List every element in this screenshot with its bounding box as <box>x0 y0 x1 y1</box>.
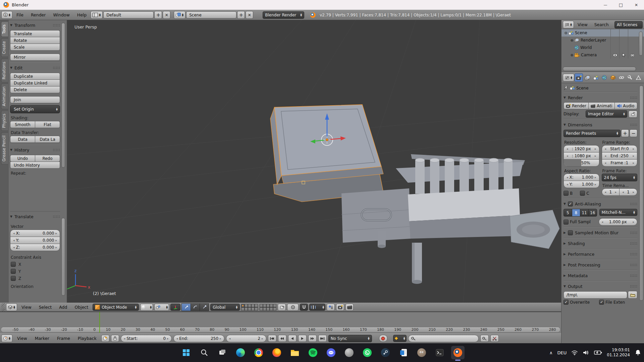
aspect-x-field[interactable]: X:1.000 <box>564 174 599 181</box>
taskbar-discord-icon[interactable] <box>324 346 338 359</box>
menu-window[interactable]: Window <box>50 10 73 20</box>
jump-to-start-button[interactable] <box>268 335 276 342</box>
outliner-item-scene[interactable]: Scene <box>561 29 644 37</box>
scale-button[interactable]: Scale <box>10 44 60 51</box>
taskbar-steam-icon[interactable] <box>379 346 392 359</box>
outliner-menu-view[interactable]: View <box>575 22 591 27</box>
display-lock-button[interactable] <box>629 111 637 118</box>
tab-world[interactable] <box>600 73 608 82</box>
3d-viewport[interactable]: z y x User Persp (2) \Geraet View Select… <box>0 20 561 312</box>
collapse-icon[interactable] <box>564 31 568 35</box>
shade-smooth-button[interactable]: Smooth <box>10 121 35 128</box>
delete-keyframe-button[interactable] <box>490 335 499 342</box>
operator-panel-scrollbar[interactable] <box>61 218 65 296</box>
notification-bell-icon[interactable]: z <box>635 349 641 356</box>
prev-keyframe-button[interactable] <box>278 335 286 342</box>
add-layout-button[interactable] <box>154 11 162 19</box>
data-transfer-layout-button[interactable]: Data La <box>35 136 60 143</box>
start-frame-field[interactable]: Start Fr:0 <box>602 145 638 153</box>
properties-editor-type-dropdown[interactable] <box>563 74 574 81</box>
shelf-tab-physics[interactable]: Physics <box>1 111 8 131</box>
panel-header-performance[interactable]: Performance <box>564 250 637 258</box>
play-reverse-button[interactable] <box>288 335 297 342</box>
aa-filter-dropdown[interactable]: Mitchell-N... <box>599 209 638 216</box>
outliner-hscrollbar[interactable] <box>563 67 636 71</box>
drag-grip-icon[interactable] <box>630 96 637 99</box>
panel-header-history[interactable]: History <box>10 146 60 154</box>
auto-keyframe-record-button[interactable] <box>379 335 387 342</box>
shade-flat-button[interactable]: Flat <box>35 121 60 128</box>
shelf-tab-create[interactable]: Create <box>1 38 8 57</box>
motion-blur-checkbox[interactable] <box>568 230 573 235</box>
tl-menu-playback[interactable]: Playback <box>75 336 100 341</box>
vp-menu-add[interactable]: Add <box>56 305 70 310</box>
shelf-tab-grease-pencil[interactable]: Grease Pencil <box>1 132 8 165</box>
drag-grip-icon[interactable] <box>630 253 637 256</box>
taskbar-file-explorer-icon[interactable] <box>288 346 302 359</box>
render-engine-dropdown[interactable]: Blender Render <box>263 11 304 19</box>
menu-file[interactable]: File <box>13 10 27 20</box>
crop-checkbox[interactable] <box>580 191 585 196</box>
taskbar-spotify-icon[interactable] <box>306 346 320 359</box>
taskbar-terminal-icon[interactable] <box>433 346 446 359</box>
taskbar-whatsapp-icon[interactable] <box>361 346 374 359</box>
drag-grip-icon[interactable] <box>630 202 637 205</box>
viewport-editor-type-dropdown[interactable] <box>6 303 17 311</box>
render-presets-dropdown[interactable]: Render Presets <box>564 130 621 137</box>
panel-header-dimensions[interactable]: Dimensions <box>564 121 637 128</box>
delete-button[interactable]: Delete <box>10 86 60 93</box>
output-path-field[interactable]: /tmp\ <box>564 291 627 299</box>
battery-icon[interactable] <box>594 350 602 355</box>
lock-to-scene-button[interactable] <box>278 304 286 311</box>
tab-modifiers[interactable] <box>626 73 634 82</box>
taskbar-task-view-button[interactable] <box>216 346 229 359</box>
add-preset-button[interactable] <box>621 129 629 137</box>
aa-size-field[interactable]: 1.000 px <box>599 218 638 226</box>
outliner-display-dropdown[interactable] <box>563 21 574 28</box>
add-scene-button[interactable] <box>237 11 245 19</box>
panel-header-sampled-motion-blur[interactable]: Sampled Motion Blur <box>564 229 637 236</box>
lock-range-button[interactable] <box>111 335 119 342</box>
insert-keyframe-button[interactable] <box>480 335 489 342</box>
taskbar-edge-icon[interactable] <box>234 346 247 359</box>
constraint-y-checkbox[interactable] <box>11 269 16 274</box>
tool-shelf-scrollbar[interactable] <box>61 23 65 168</box>
taskbar-chrome-icon[interactable] <box>252 346 265 359</box>
drag-grip-icon[interactable] <box>630 274 637 277</box>
scene-selector-field[interactable]: Scene <box>186 11 236 18</box>
outliner-vscrollbar[interactable] <box>639 32 643 56</box>
pivot-center-dropdown[interactable] <box>154 304 169 311</box>
mode-dropdown[interactable]: Object Mode <box>93 304 139 311</box>
taskbar-gog-galaxy-icon[interactable] <box>342 346 356 359</box>
breadcrumb-scene-label[interactable]: Scene <box>576 86 589 90</box>
outliner-menu-search[interactable]: Search <box>591 22 612 27</box>
vp-menu-view[interactable]: View <box>18 305 35 310</box>
antialiasing-checkbox[interactable] <box>568 201 573 206</box>
properties-scrollbar[interactable] <box>639 85 643 301</box>
panel-header-transform[interactable]: Transform <box>10 21 60 29</box>
pin-icon[interactable] <box>564 85 568 90</box>
drag-grip-icon[interactable] <box>630 263 637 266</box>
outliner-item-world[interactable]: World <box>561 44 644 51</box>
taskbar-search-button[interactable] <box>198 346 211 359</box>
frame-step-field[interactable]: Frame :1 <box>602 159 638 167</box>
minimize-button[interactable] <box>598 0 613 10</box>
hidden-icons-chevron[interactable]: ∧ <box>549 350 553 355</box>
outliner-filter-dropdown[interactable]: All Scenes <box>614 21 643 28</box>
visibility-toggle[interactable] <box>610 51 619 59</box>
drag-grip-icon[interactable] <box>630 231 637 234</box>
current-frame-field[interactable]: 2 <box>226 335 266 342</box>
duplicate-button[interactable]: Duplicate <box>10 73 60 80</box>
taskbar-blender-icon[interactable] <box>451 346 465 359</box>
tab-constraints[interactable] <box>618 73 626 82</box>
snap-toggle-button[interactable] <box>300 304 308 311</box>
taskbar-gimp-icon[interactable] <box>415 346 428 359</box>
menu-render[interactable]: Render <box>28 10 49 20</box>
expand-icon[interactable] <box>570 53 574 57</box>
manipulator-translate-button[interactable] <box>181 303 191 311</box>
full-sample-checkbox[interactable] <box>564 220 569 225</box>
vector-y-field[interactable]: Y:0.000 <box>10 237 60 244</box>
tl-menu-frame[interactable]: Frame <box>54 336 73 341</box>
manipulator-rotate-button[interactable] <box>191 303 200 311</box>
aspect-y-field[interactable]: Y:1.000 <box>564 181 599 188</box>
